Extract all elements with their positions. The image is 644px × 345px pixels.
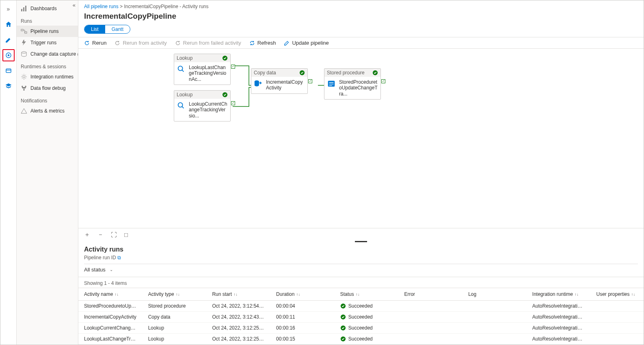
zoom-out-icon[interactable]: － xyxy=(97,231,104,239)
rerun-failed-icon xyxy=(175,40,181,46)
alert-icon xyxy=(21,108,27,114)
output-port[interactable]: ✓ xyxy=(308,79,312,83)
result-count: Showing 1 - 4 items xyxy=(78,277,644,288)
success-icon xyxy=(340,336,346,342)
breadcrumb-root[interactable]: All pipeline runs xyxy=(84,4,119,9)
zoom-in-icon[interactable]: ＋ xyxy=(84,231,90,239)
refresh-button[interactable]: Refresh xyxy=(249,40,276,46)
fit-to-screen-icon[interactable]: ⛶ xyxy=(111,231,117,238)
node-name: LookupCurrentChangeTrackingVersio... xyxy=(189,101,228,119)
activity-node-lookup-current[interactable]: Lookup LookupCurrentChangeTrackingVersio… xyxy=(174,90,231,122)
sidebar-item-label: Pipeline runs xyxy=(30,28,58,34)
tab-gantt[interactable]: Gantt xyxy=(105,25,130,33)
sidebar-item-alerts[interactable]: Alerts & metrics xyxy=(17,105,78,117)
col-error[interactable]: Error xyxy=(398,288,462,301)
cell-type: Lookup xyxy=(143,323,207,334)
cell-status: Succeeded xyxy=(335,301,399,312)
sidebar-item-ir[interactable]: Integration runtimes xyxy=(17,71,78,82)
cell-start: Oct 24, 2022, 3:12:54 pm xyxy=(206,301,270,312)
author-icon[interactable] xyxy=(2,34,15,46)
collapse-sidebar-icon[interactable]: « xyxy=(73,2,76,8)
table-row[interactable]: LookupLastChangeTrackingVer...LookupOct … xyxy=(78,334,644,345)
activity-node-sproc[interactable]: Stored procedure StoredProceduretoUpdate… xyxy=(324,68,381,100)
cell-error xyxy=(398,312,462,323)
sidebar-item-dashboards[interactable]: Dashboards xyxy=(17,3,78,14)
monitor-icon[interactable] xyxy=(2,49,15,61)
expand-rail-icon[interactable]: » xyxy=(2,3,15,15)
view-tabs: List Gantt xyxy=(78,25,644,37)
pipeline-canvas[interactable]: Lookup LookupLastChangeTrackingVersionAc… xyxy=(78,49,644,228)
col-activity-type[interactable]: Activity type↑↓ xyxy=(143,288,207,301)
activity-node-copy[interactable]: Copy data IncrementalCopyActivity ✓ xyxy=(251,68,308,94)
cell-status: Succeeded xyxy=(335,323,399,334)
col-activity-name[interactable]: Activity name↑↓ xyxy=(78,288,143,301)
node-name: IncrementalCopyActivity xyxy=(266,79,305,91)
activity-node-lookup-last[interactable]: Lookup LookupLastChangeTrackingVersionAc… xyxy=(174,54,231,85)
table-row[interactable]: LookupCurrentChangeTracking...LookupOct … xyxy=(78,323,644,334)
sidebar-item-dfd[interactable]: Data flow debug xyxy=(17,82,78,94)
activity-runs-heading: Activity runs xyxy=(84,246,638,253)
rerun-activity-icon xyxy=(115,40,120,46)
sidebar-item-label: Alerts & metrics xyxy=(30,108,65,114)
status-filter-dropdown[interactable]: All status xyxy=(84,267,106,273)
col-duration[interactable]: Duration↑↓ xyxy=(270,288,335,301)
cell-userprops xyxy=(591,323,644,334)
canvas-zoom-toolbar: ＋ － ⛶ □ xyxy=(78,228,644,241)
col-ir[interactable]: Integration runtime↑↓ xyxy=(527,288,591,301)
main-content: All pipeline runs > IncrementalCopyPipel… xyxy=(78,0,644,345)
cell-status: Succeeded xyxy=(335,334,399,345)
table-row[interactable]: IncrementalCopyActivityCopy dataOct 24, … xyxy=(78,312,644,323)
reset-zoom-icon[interactable]: □ xyxy=(124,231,128,238)
sproc-icon xyxy=(327,79,336,88)
node-name: LookupLastChangeTrackingVersionAc... xyxy=(189,65,228,82)
trigger-icon xyxy=(21,39,27,46)
success-icon xyxy=(222,55,228,61)
svg-point-12 xyxy=(23,89,25,91)
learn-icon[interactable] xyxy=(2,80,15,92)
col-status[interactable]: Status↑↓ xyxy=(335,288,399,301)
sidebar-item-trigger-runs[interactable]: Trigger runs xyxy=(17,37,78,48)
update-pipeline-button[interactable]: Update pipeline xyxy=(284,40,328,46)
output-port[interactable]: ✓ xyxy=(381,79,385,83)
activity-runs-table: Activity name↑↓ Activity type↑↓ Run star… xyxy=(78,288,644,345)
svg-rect-4 xyxy=(23,7,24,11)
table-row[interactable]: StoredProceduretoUpdateCha...Stored proc… xyxy=(78,301,644,312)
breadcrumb-leaf: IncrementalCopyPipeline - Activity runs xyxy=(124,4,208,9)
col-userprops[interactable]: User properties↑↓ xyxy=(591,288,644,301)
svg-point-1 xyxy=(7,54,9,56)
svg-rect-7 xyxy=(25,32,27,33)
cell-log xyxy=(462,323,527,334)
manage-icon[interactable] xyxy=(2,65,15,77)
cell-duration: 00:00:16 xyxy=(270,323,335,334)
cell-ir: AutoResolveIntegrationRuntime (N xyxy=(527,312,591,323)
tab-list[interactable]: List xyxy=(84,25,105,33)
cell-ir: AutoResolveIntegrationRuntime (N xyxy=(527,323,591,334)
col-log[interactable]: Log xyxy=(462,288,527,301)
cell-log xyxy=(462,312,527,323)
cell-start: Oct 24, 2022, 3:12:25 pm xyxy=(206,334,270,345)
cell-duration: 00:00:04 xyxy=(270,301,335,312)
sidebar-item-pipeline-runs[interactable]: Pipeline runs xyxy=(17,26,78,37)
cell-start: Oct 24, 2022, 3:12:43 pm xyxy=(206,312,270,323)
output-port[interactable]: ✓ xyxy=(231,101,235,105)
success-icon xyxy=(340,325,346,331)
node-type: Lookup xyxy=(177,92,192,98)
svg-rect-3 xyxy=(21,9,22,11)
sidebar-item-cdc[interactable]: Change data capture (previ... xyxy=(17,48,78,60)
icon-rail: » xyxy=(0,0,17,345)
cell-ir: AutoResolveIntegrationRuntime (N xyxy=(527,301,591,312)
breadcrumb: All pipeline runs > IncrementalCopyPipel… xyxy=(78,0,644,10)
output-port[interactable]: ✓ xyxy=(231,65,235,69)
col-run-start[interactable]: Run start↑↓ xyxy=(206,288,270,301)
home-icon[interactable] xyxy=(2,18,15,30)
lookup-icon xyxy=(177,101,186,110)
copy-runid-icon[interactable]: ⧉ xyxy=(117,255,121,260)
success-icon xyxy=(372,70,378,76)
cell-log xyxy=(462,301,527,312)
chevron-down-icon: ⌄ xyxy=(110,267,113,272)
rerun-button[interactable]: Rerun xyxy=(84,40,106,46)
sidebar-item-label: Dashboards xyxy=(30,6,57,11)
sidebar: « Dashboards Runs Pipeline runs Trigger … xyxy=(17,0,78,345)
rerun-failed-button: Rerun from failed activity xyxy=(175,40,241,46)
sidebar-item-label: Data flow debug xyxy=(30,85,66,91)
